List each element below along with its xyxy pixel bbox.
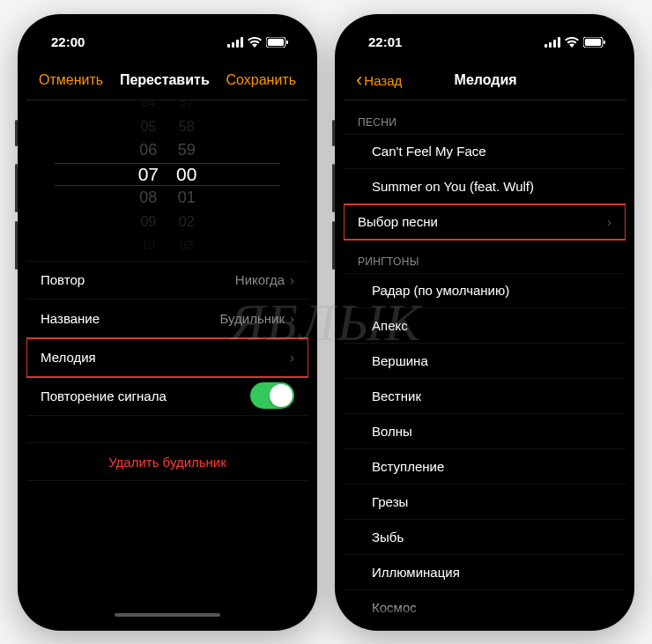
battery-icon (266, 37, 289, 48)
nav-bar: ‹ Назад Мелодия (344, 62, 626, 100)
picker-item: 09 (138, 210, 159, 233)
home-indicator[interactable] (115, 613, 220, 617)
song-row[interactable]: Summer on You (feat. Wulf) (344, 169, 626, 204)
picker-item: 02 (176, 210, 196, 233)
ringtone-row[interactable]: Грезы (344, 485, 626, 520)
list-item-label: Космос (372, 600, 417, 615)
chevron-right-icon: › (290, 272, 294, 287)
ringtone-row[interactable]: Вестник (344, 379, 626, 414)
picker-item: 01 (176, 186, 196, 210)
row-sound[interactable]: Мелодия › (26, 338, 308, 377)
svg-rect-1 (232, 42, 234, 48)
svg-rect-12 (585, 39, 601, 46)
chevron-right-icon: › (290, 311, 294, 326)
list-item-label: Выбор песни (358, 214, 438, 229)
ringtone-row[interactable]: Иллюминация (344, 555, 626, 590)
picker-item: 57 (176, 100, 196, 115)
save-button[interactable]: Сохранить (226, 72, 296, 88)
ringtone-row[interactable]: Вершина (344, 344, 626, 379)
row-label: Повтор (41, 272, 85, 287)
picker-item: 08 (138, 186, 159, 210)
list-item-label: Вестник (372, 389, 421, 403)
svg-rect-9 (553, 40, 556, 48)
notch (414, 23, 555, 44)
ringtone-row[interactable]: Волны (344, 414, 626, 449)
section-header-ringtones: РИНГТОНЫ (344, 240, 626, 273)
svg-rect-0 (227, 44, 230, 48)
cancel-button[interactable]: Отменить (39, 72, 103, 88)
chevron-right-icon: › (290, 350, 294, 365)
list-item-label: Радар (по умолчанию) (372, 283, 509, 298)
wifi-icon (248, 37, 262, 48)
pick-song-row[interactable]: Выбор песни › (344, 204, 626, 240)
nav-title: Мелодия (455, 72, 517, 88)
status-icons (545, 37, 606, 48)
time-picker[interactable]: 04 05 06 07 08 09 10 57 58 59 00 01 02 0… (26, 104, 308, 245)
ringtone-row[interactable]: Радар (по умолчанию) (344, 273, 626, 308)
minute-picker[interactable]: 57 58 59 00 01 02 03 (176, 100, 196, 258)
status-time: 22:00 (51, 34, 85, 49)
list-item-label: Вступление (372, 459, 444, 474)
hour-picker[interactable]: 04 05 06 07 08 09 10 (138, 100, 159, 258)
list-item-label: Summer on You (feat. Wulf) (372, 179, 534, 194)
row-label: Повторение сигнала (41, 389, 167, 403)
list-item-label: Зыбь (372, 529, 404, 544)
picker-item: 10 (138, 233, 159, 257)
picker-item: 04 (138, 100, 159, 115)
picker-item: 59 (176, 138, 196, 162)
picker-item: 05 (138, 115, 159, 138)
song-row[interactable]: Can't Feel My Face (344, 134, 626, 169)
row-snooze: Повторение сигнала (26, 377, 308, 416)
svg-rect-8 (549, 42, 552, 48)
list-item-label: Вершина (372, 353, 428, 368)
phone-right: 22:01 ‹ Назад Мелодия ПЕСНИ (335, 14, 634, 631)
picker-item-selected: 00 (176, 162, 196, 186)
delete-alarm-button[interactable]: Удалить будильник (26, 442, 308, 481)
row-value: Никогда (235, 272, 285, 287)
svg-rect-2 (236, 40, 239, 48)
row-label: Мелодия (41, 350, 96, 365)
ringtone-row[interactable]: Зыбь (344, 520, 626, 555)
wifi-icon (565, 37, 579, 48)
svg-rect-5 (268, 39, 284, 46)
section-header-songs: ПЕСНИ (344, 100, 626, 134)
svg-rect-13 (604, 41, 605, 44)
ringtone-row[interactable]: Апекс (344, 308, 626, 344)
ringtone-row[interactable]: Вступление (344, 449, 626, 485)
ringtone-row[interactable]: Космос (344, 590, 626, 622)
svg-rect-10 (558, 37, 560, 48)
picker-item: 58 (176, 115, 196, 138)
svg-rect-3 (241, 37, 243, 48)
picker-item: 06 (138, 138, 159, 162)
back-label: Назад (364, 73, 402, 88)
list-item-label: Грезы (372, 494, 408, 509)
row-label: Название (41, 311, 100, 326)
list-item-label: Волны (372, 424, 412, 439)
row-name[interactable]: Название Будильник › (26, 300, 308, 338)
picker-item-selected: 07 (138, 162, 159, 186)
list-item-label: Can't Feel My Face (372, 144, 486, 159)
nav-title: Переставить (120, 72, 210, 88)
chevron-right-icon: › (607, 214, 611, 229)
chevron-left-icon: ‹ (356, 70, 362, 90)
status-time: 22:01 (368, 34, 402, 49)
battery-icon (583, 37, 606, 48)
picker-item: 03 (176, 233, 196, 257)
row-value: Будильник (220, 311, 285, 326)
status-icons (227, 37, 289, 48)
nav-bar: Отменить Переставить Сохранить (26, 62, 308, 100)
snooze-toggle[interactable] (250, 382, 294, 409)
back-button[interactable]: ‹ Назад (356, 70, 402, 90)
notch (97, 23, 238, 44)
list-item-label: Иллюминация (372, 565, 460, 580)
svg-rect-7 (545, 44, 547, 48)
phone-left: 22:00 Отменить Переставить Сохранить (18, 14, 317, 631)
svg-rect-6 (286, 41, 288, 44)
list-item-label: Апекс (372, 318, 408, 333)
row-repeat[interactable]: Повтор Никогда › (26, 261, 308, 300)
